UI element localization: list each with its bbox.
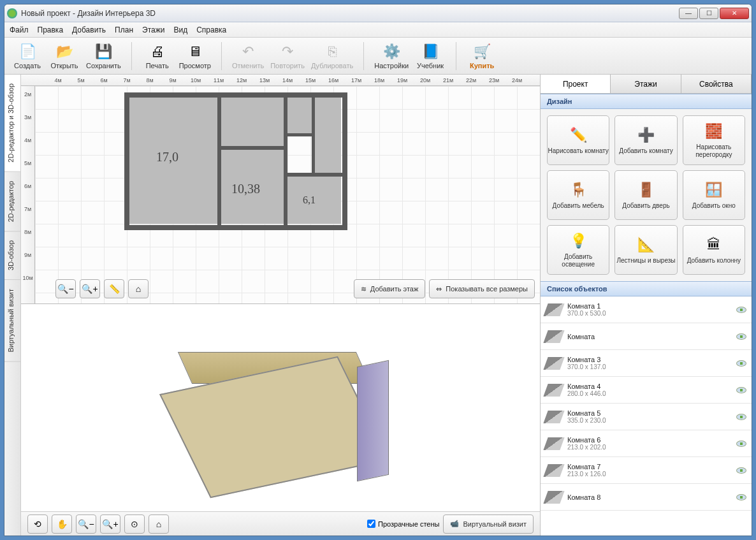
object-item[interactable]: Комната 5335.0 x 230.0 [541, 404, 752, 430]
design-button-3[interactable]: 🪑Добавить мебель [547, 170, 609, 220]
pan-button[interactable]: ✋ [52, 514, 72, 534]
ruler-icon: 📏 [109, 284, 120, 294]
app-window: Новый проект - Дизайн Интерьера 3D — ☐ ✕… [4, 4, 752, 536]
maximize-button[interactable]: ☐ [699, 8, 718, 19]
main-toolbar: 📄Создать 📂Открыть 💾Сохранить 🖨Печать 🖥Пр… [4, 38, 752, 75]
plan-toolbar: 🔍− 🔍+ 📏 ⌂ ≋Добавить этаж ⇔Показывать все… [55, 279, 535, 298]
home-button[interactable]: ⌂ [128, 279, 149, 298]
duplicate-button[interactable]: ⎘Дублировать [311, 43, 353, 69]
rotate360-button[interactable]: ⟲ [27, 514, 48, 534]
menu-file[interactable]: Файл [10, 26, 29, 34]
save-button[interactable]: 💾Сохранить [86, 43, 121, 69]
separator [456, 42, 456, 70]
zoom-in-icon: 🔍+ [82, 284, 98, 294]
visibility-toggle[interactable] [736, 333, 746, 340]
reset-view-button[interactable]: ⊙ [124, 514, 145, 534]
zoom-out-icon: 🔍− [78, 519, 94, 529]
object-item[interactable]: Комната 1370.0 x 530.0 [541, 296, 752, 323]
redo-button[interactable]: ↷Повторить [270, 43, 305, 69]
menu-view[interactable]: Вид [173, 26, 187, 34]
object-name: Комната 7 [567, 463, 731, 471]
ruler-tick: 6м [21, 183, 34, 206]
visibility-toggle[interactable] [736, 494, 746, 500]
tab-properties[interactable]: Свойства [681, 75, 752, 93]
object-item[interactable]: Комната 4280.0 x 446.0 [541, 377, 752, 404]
minimize-button[interactable]: — [679, 8, 698, 19]
layers-icon: ≋ [361, 285, 367, 293]
design-button-2[interactable]: 🧱Нарисовать перегородку [683, 115, 745, 165]
ruler-button[interactable]: 📏 [104, 279, 124, 298]
object-item[interactable]: Комната 8 [541, 484, 752, 511]
visibility-toggle[interactable] [736, 441, 746, 447]
view-3d-area[interactable] [21, 304, 540, 511]
menu-add[interactable]: Добавить [72, 26, 106, 34]
book-icon: 📘 [421, 43, 439, 61]
object-item[interactable]: Комната 6213.0 x 202.0 [541, 430, 752, 457]
object-item[interactable]: Комната [541, 323, 752, 350]
design-label: Добавить дверь [622, 202, 669, 210]
home-3d-button[interactable]: ⌂ [149, 514, 169, 534]
separator [221, 42, 222, 70]
zoom-out-3d-button[interactable]: 🔍− [76, 514, 96, 534]
design-button-5[interactable]: 🪟Добавить окно [683, 170, 745, 220]
tab-2d-3d-combo[interactable]: 2D-редактор и 3D-обзор [4, 75, 20, 172]
tab-virtual-visit[interactable]: Виртуальный визит [4, 280, 20, 362]
ruler-tick: 14м [276, 77, 299, 84]
design-button-6[interactable]: 💡Добавить освещение [547, 225, 609, 275]
create-button[interactable]: 📄Создать [12, 43, 43, 69]
objects-list[interactable]: Комната 1370.0 x 530.0КомнатаКомната 337… [541, 296, 752, 536]
room-icon [543, 303, 564, 316]
tutorial-button[interactable]: 📘Учебник [415, 43, 446, 69]
show-dimensions-button[interactable]: ⇔Показывать все размеры [429, 279, 535, 298]
copy-icon: ⎘ [323, 43, 341, 61]
print-button[interactable]: 🖨Печать [142, 43, 173, 69]
menu-plan[interactable]: План [115, 26, 133, 34]
tab-project[interactable]: Проект [541, 75, 611, 93]
transparent-walls-checkbox[interactable]: Прозрачные стены [367, 520, 439, 528]
tab-3d-view[interactable]: 3D-обзор [4, 231, 20, 280]
visibility-toggle[interactable] [736, 467, 746, 474]
design-button-4[interactable]: 🚪Добавить дверь [614, 170, 677, 220]
ruler-tick: 5м [21, 160, 34, 183]
add-floor-button[interactable]: ≋Добавить этаж [354, 279, 425, 298]
tab-2d-editor[interactable]: 2D-редактор [4, 172, 20, 231]
design-button-7[interactable]: 📐Лестницы и вырезы [614, 225, 677, 275]
zoom-out-button[interactable]: 🔍− [55, 279, 76, 298]
menu-floors[interactable]: Этажи [142, 26, 164, 34]
design-icon: ➕ [636, 126, 655, 145]
iso-house [159, 332, 402, 485]
object-item[interactable]: Комната 3370.0 x 137.0 [541, 350, 752, 377]
ruler-tick: 22м [460, 77, 483, 84]
zoom-in-3d-button[interactable]: 🔍+ [100, 514, 120, 534]
visibility-toggle[interactable] [736, 387, 746, 393]
plan-canvas[interactable]: 17,0 10,38 6,1 🔍− 🔍+ 📏 ⌂ ≋Добавить этаж … [35, 86, 540, 303]
design-button-8[interactable]: 🏛Добавить колонну [683, 225, 745, 275]
buy-button[interactable]: 🛒Купить [467, 43, 497, 69]
virtual-visit-button[interactable]: 📹Виртуальный визит [443, 514, 534, 534]
ruler-tick: 2м [21, 91, 34, 114]
visibility-toggle[interactable] [736, 414, 746, 420]
visibility-toggle[interactable] [736, 360, 746, 367]
open-button[interactable]: 📂Открыть [49, 43, 80, 69]
menu-edit[interactable]: Правка [38, 26, 64, 34]
menu-help[interactable]: Справка [196, 26, 226, 34]
ruler-tick: 23м [483, 77, 505, 84]
undo-button[interactable]: ↶Отменить [232, 43, 264, 69]
design-label: Лестницы и вырезы [616, 257, 675, 265]
ruler-tick: 16м [322, 77, 345, 84]
object-item[interactable]: Комната 7213.0 x 126.0 [541, 457, 752, 484]
ruler-tick: 5м [69, 77, 92, 84]
close-button[interactable]: ✕ [720, 8, 749, 19]
tab-floors[interactable]: Этажи [611, 75, 681, 93]
visibility-toggle[interactable] [736, 307, 746, 313]
design-button-1[interactable]: ➕Добавить комнату [614, 115, 677, 165]
settings-button[interactable]: ⚙️Настройки [374, 43, 409, 69]
design-icon: 🚪 [636, 180, 655, 200]
preview-button[interactable]: 🖥Просмотр [179, 43, 211, 69]
ruler-tick: 4м [47, 77, 69, 84]
ruler-tick: 7м [115, 77, 138, 84]
design-button-0[interactable]: ✏️Нарисовать комнату [547, 115, 609, 165]
printer-icon: 🖨 [149, 43, 166, 61]
ruler-tick: 18м [368, 77, 391, 84]
zoom-in-button[interactable]: 🔍+ [80, 279, 100, 298]
